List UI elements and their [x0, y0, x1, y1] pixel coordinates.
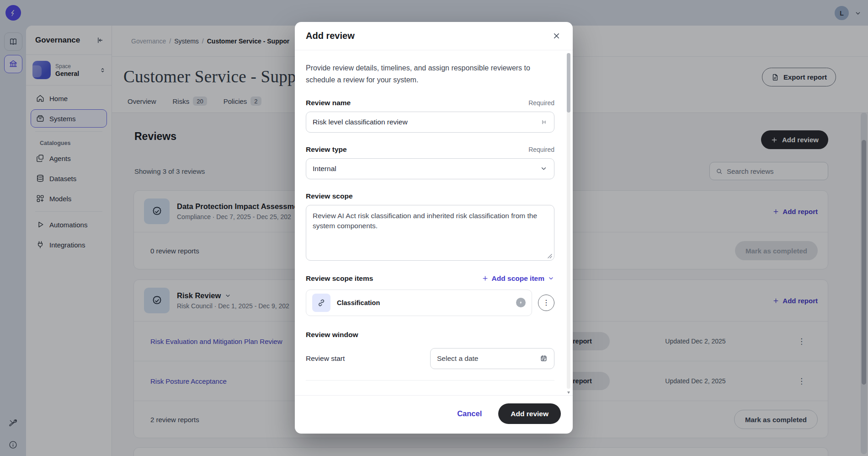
review-name-input[interactable] [313, 118, 540, 126]
app-root: L Governance Space General Home [0, 0, 868, 456]
review-scope-label: Review scope [306, 192, 353, 200]
auto-generated-icon [516, 298, 526, 307]
submit-add-review-button[interactable]: Add review [498, 403, 561, 424]
review-name-field [306, 112, 554, 133]
add-review-modal: Add review Provide review details, timel… [295, 22, 573, 434]
review-type-select[interactable]: Internal [306, 158, 554, 179]
calendar-icon [540, 354, 548, 362]
scroll-down-arrow-icon[interactable] [567, 392, 570, 394]
review-window-label: Review window [306, 331, 554, 339]
scope-item-classification[interactable]: Classification [306, 290, 532, 316]
review-start-date-picker[interactable]: Select a date [430, 348, 554, 369]
required-badge: Required [528, 146, 554, 153]
link-icon-badge [312, 294, 330, 312]
scope-item-name: Classification [337, 299, 380, 306]
review-start-label: Review start [306, 354, 345, 363]
modal-body: Provide review details, timelines, and a… [295, 50, 573, 395]
review-type-label: Review type [306, 145, 347, 154]
review-name-label: Review name [306, 99, 351, 107]
divider [306, 380, 554, 381]
review-scope-value: Review AI Act risk classification and in… [313, 212, 537, 230]
resize-handle-icon[interactable] [547, 253, 552, 258]
plus-icon [482, 275, 489, 282]
close-icon[interactable] [551, 31, 562, 41]
modal-footer: Cancel Add review [295, 395, 573, 434]
chevron-down-icon [548, 275, 554, 282]
modal-title: Add review [306, 31, 355, 41]
scope-items-label: Review scope items [306, 274, 373, 283]
scope-item-menu-button[interactable]: ⋮ [538, 295, 554, 311]
chain-link-icon [317, 298, 326, 307]
review-scope-textarea[interactable]: Review AI Act risk classification and in… [306, 205, 554, 261]
cancel-button[interactable]: Cancel [457, 409, 482, 418]
modal-description: Provide review details, timelines, and a… [306, 62, 548, 86]
add-scope-item-button[interactable]: Add scope item [482, 274, 554, 283]
modal-scrollbar-thumb[interactable] [567, 53, 570, 113]
modal-scrollbar[interactable] [567, 53, 570, 389]
date-placeholder: Select a date [437, 354, 478, 363]
autofill-icon[interactable] [540, 118, 548, 126]
chevron-down-icon [540, 165, 548, 172]
review-type-value: Internal [313, 165, 336, 173]
required-badge: Required [528, 99, 554, 107]
add-scope-item-label: Add scope item [492, 274, 544, 283]
